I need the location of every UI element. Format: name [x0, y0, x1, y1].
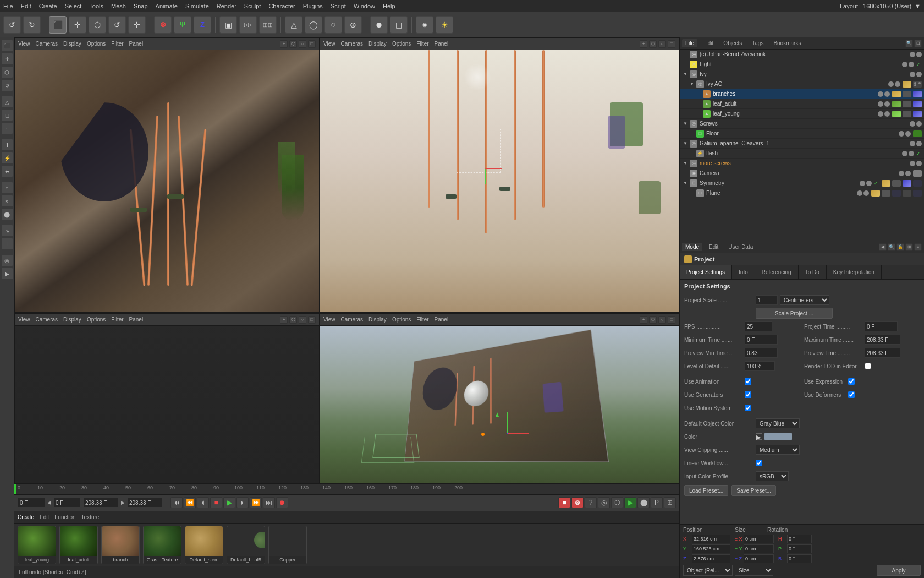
- props-tab-settings[interactable]: Project Settings: [680, 265, 732, 279]
- point-mode-button[interactable]: ⊕: [344, 16, 362, 34]
- timeline-field2[interactable]: [53, 498, 81, 508]
- material-branch[interactable]: branch: [101, 526, 140, 564]
- menu-simulate[interactable]: Simulate: [185, 3, 209, 9]
- render-icon-8[interactable]: P: [651, 497, 663, 508]
- obj-check-symmetry[interactable]: ✓: [873, 180, 879, 187]
- timeline-end-field[interactable]: [83, 498, 119, 508]
- props-btn3[interactable]: ⊞: [905, 243, 913, 251]
- obj-vis-plane[interactable]: [857, 190, 862, 196]
- vp-bl-display[interactable]: Display: [63, 317, 81, 323]
- menu-script[interactable]: Script: [331, 3, 346, 9]
- vp-main-btn3[interactable]: ○: [299, 40, 306, 48]
- obj-render-leafadult[interactable]: [884, 101, 890, 107]
- obj-tag2-leafadult[interactable]: [913, 101, 922, 107]
- render-region-button[interactable]: ▣: [219, 16, 237, 34]
- vp-br-panel[interactable]: Panel: [435, 317, 449, 323]
- obj-ivy-ao[interactable]: ▼ ◎ Ivy AO: [680, 79, 924, 89]
- tab-create[interactable]: Create: [18, 514, 34, 520]
- render-icon-6[interactable]: ▶: [624, 497, 636, 508]
- obj-mat-floor[interactable]: [913, 130, 922, 137]
- tool-move[interactable]: ✛: [1, 53, 13, 65]
- obj-tag-ivyao[interactable]: [913, 81, 922, 88]
- obj-render-morescrews[interactable]: [916, 161, 922, 166]
- obj-vis-galium[interactable]: [910, 141, 915, 146]
- obj-vis-branches[interactable]: [878, 91, 883, 97]
- obj-tag2-plane[interactable]: [892, 190, 901, 197]
- object-mode-button[interactable]: △: [285, 16, 302, 34]
- vp-br-options[interactable]: Options: [392, 317, 411, 323]
- om-tab-objects[interactable]: Objects: [720, 39, 745, 47]
- obj-check-flash[interactable]: ✓: [915, 150, 922, 157]
- obj-tag3-symmetry[interactable]: [913, 180, 922, 187]
- om-search-icon[interactable]: 🔍: [905, 40, 913, 47]
- obj-symmetry[interactable]: ▼ ⊞ Symmetry ✓: [680, 178, 924, 188]
- prop-usegen-cb[interactable]: [745, 391, 751, 398]
- tool-select[interactable]: ⬛: [1, 40, 13, 52]
- material-default-leaf5[interactable]: Default_Leaf5: [227, 526, 265, 564]
- prop-color-arrow[interactable]: ▶: [756, 433, 762, 440]
- tool-spline[interactable]: ∿: [1, 225, 13, 237]
- snap-settings-button[interactable]: ◫: [390, 16, 408, 34]
- vp-main-cameras[interactable]: Cameras: [36, 41, 58, 47]
- obj-vis-ivyao[interactable]: [888, 81, 894, 87]
- prop-lod-input[interactable]: [745, 361, 775, 371]
- obj-mat-ivyao[interactable]: [903, 81, 911, 88]
- prop-useexpr-cb[interactable]: [848, 378, 855, 385]
- rotate-tool-button[interactable]: ↺: [108, 16, 126, 34]
- prop-renderlod-cb[interactable]: [865, 363, 871, 369]
- redo-button[interactable]: ↻: [23, 16, 41, 34]
- prop-prevmintime-input[interactable]: [745, 348, 778, 358]
- obj-leaf-young[interactable]: ▲ leaf_young: [680, 109, 924, 119]
- b-rot-input[interactable]: [787, 554, 812, 563]
- tool-extrude[interactable]: ⬆: [1, 139, 13, 151]
- tool-polygon[interactable]: △: [1, 96, 13, 108]
- play-fwd-button[interactable]: ⏩: [250, 497, 262, 508]
- stop-button[interactable]: ■: [210, 497, 222, 508]
- obj-mat-leafadult[interactable]: [892, 101, 901, 107]
- camera-button[interactable]: ◉: [416, 16, 433, 34]
- vp-bl-cameras[interactable]: Cameras: [36, 317, 58, 323]
- obj-tag2-symmetry[interactable]: [903, 180, 911, 187]
- obj-screws[interactable]: ▼ ◎ Screws: [680, 119, 924, 129]
- z-axis-button[interactable]: Z: [194, 16, 211, 34]
- om-tab-tags[interactable]: Tags: [749, 39, 767, 47]
- props-tab-keyinterp[interactable]: Key Interpolation: [827, 265, 882, 279]
- obj-floor[interactable]: □ Floor: [680, 129, 924, 139]
- prop-viewclip-dropdown[interactable]: Medium Small Large: [756, 445, 800, 455]
- vp-bl-btn1[interactable]: +: [280, 316, 288, 324]
- obj-render-leafyoung[interactable]: [884, 111, 890, 117]
- props-tab-info[interactable]: Info: [732, 265, 755, 279]
- obj-render-screws[interactable]: [916, 121, 922, 127]
- tab-texture[interactable]: Texture: [81, 514, 100, 520]
- obj-vis-morescrews[interactable]: [910, 161, 915, 166]
- prop-usemotion-cb[interactable]: [745, 405, 751, 411]
- y-pos-input[interactable]: 160.525 cm: [692, 544, 730, 553]
- x-size-input[interactable]: [744, 535, 774, 543]
- menu-file[interactable]: File: [3, 3, 13, 9]
- prop-color-swatch[interactable]: [765, 433, 792, 440]
- obj-tag3-plane[interactable]: [903, 190, 911, 197]
- step-back-button[interactable]: ⏴: [197, 497, 209, 508]
- timeline-ruler[interactable]: 0 10 20 30 40 50 60 70 80 90 100 110 120…: [14, 484, 679, 495]
- mode-tab-edit[interactable]: Edit: [706, 243, 722, 251]
- render-active-button[interactable]: ▷▷: [239, 16, 257, 34]
- obj-mat-branches[interactable]: [892, 91, 901, 97]
- h-rot-input[interactable]: [787, 535, 812, 543]
- vp-tr-panel[interactable]: Panel: [435, 41, 449, 47]
- tool-knife[interactable]: ⚡: [1, 152, 13, 164]
- obj-camera[interactable]: ◉ Camera: [680, 168, 924, 178]
- vp-bl-view[interactable]: View: [18, 317, 30, 323]
- obj-branches[interactable]: ▲ branches: [680, 89, 924, 99]
- vp-bl-options[interactable]: Options: [87, 317, 106, 323]
- object-list[interactable]: ◎ (c) Johan-Bernd Zweverink ☀ Light: [680, 50, 924, 241]
- render-all-button[interactable]: ◫◫: [259, 16, 277, 34]
- prop-useanim-cb[interactable]: [745, 378, 751, 385]
- menu-help[interactable]: Help: [383, 3, 395, 9]
- material-leaf-adult[interactable]: leaf_adult: [59, 526, 98, 564]
- vp-tr-filter[interactable]: Filter: [416, 41, 428, 47]
- prop-colorprofile-dropdown[interactable]: sRGB Linear: [756, 471, 789, 481]
- apply-button[interactable]: Apply: [877, 565, 921, 576]
- obj-render-symmetry[interactable]: [866, 181, 872, 186]
- vp-br-btn3[interactable]: ○: [658, 316, 666, 324]
- render-icon-2[interactable]: ⊗: [571, 497, 584, 508]
